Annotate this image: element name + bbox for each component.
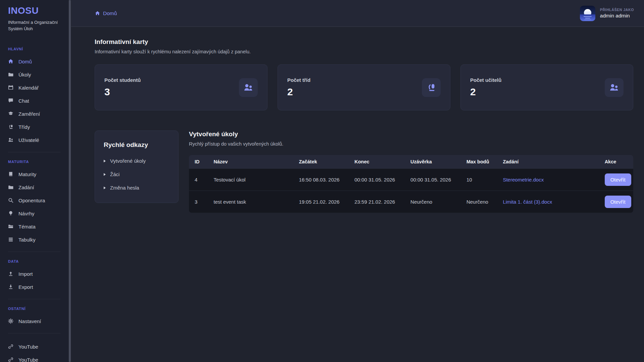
task-id: 4 [189, 168, 210, 191]
sidebar-item-label: Třídy [18, 124, 30, 130]
sidebar-item-ukoly[interactable]: Úkoly [0, 68, 68, 81]
quick-links-card: Rychlé odkazy Vytvořené úkoly Žáci Zm [95, 131, 179, 203]
rows-icon [8, 237, 13, 242]
sidebar-item-tabulky[interactable]: Tabulky [0, 233, 68, 246]
created-tasks-title: Vytvořené úkoly [189, 131, 633, 138]
col-akce: Akce [601, 155, 633, 168]
sidebar-item-temata[interactable]: Témata [0, 220, 68, 233]
sidebar-item-label: Maturity [18, 171, 36, 177]
link-icon [8, 344, 13, 349]
task-deadline: Neurčeno [407, 191, 463, 213]
open-task-button[interactable]: Otevřít [605, 196, 631, 208]
breadcrumb[interactable]: Domů [95, 10, 117, 16]
created-tasks-description: Rychlý přístup do vašich vytvořených úko… [189, 141, 633, 147]
sidebar-item-domu[interactable]: Domů [0, 55, 68, 68]
task-end: 00:00 31.05. 2026 [351, 168, 407, 191]
table-header-row: ID Název Začátek Konec Uzávěrka Max bodů… [189, 155, 633, 168]
quick-link-zmena-hesla[interactable]: Změna hesla [104, 185, 169, 191]
sidebar-item-import[interactable]: Import [0, 267, 68, 280]
app-logo[interactable]: INOSU [8, 5, 60, 16]
quick-links-title: Rychlé odkazy [104, 141, 169, 149]
stat-value: 2 [287, 86, 310, 98]
sidebar-group-maturita: Maturity Zadání Oponentura Návrhy Témata… [0, 168, 68, 246]
stat-card-teachers: Počet učitelů 2 [460, 64, 633, 110]
search-icon [8, 198, 13, 203]
sidebar-item-zadani[interactable]: Zadání [0, 181, 68, 194]
sidebar-item-label: Zaměření [18, 111, 40, 117]
triangle-bullet-icon [104, 160, 106, 162]
quick-links-list: Vytvořené úkoly Žáci Změna hesla [104, 158, 169, 191]
task-file-link[interactable]: Stereometrie.docx [503, 177, 544, 183]
sidebar-scrollbar[interactable] [68, 0, 71, 362]
sidebar-item-kalendar[interactable]: Kalendář [0, 81, 68, 94]
download-icon [8, 284, 13, 290]
col-zadani: Zadání [499, 155, 601, 168]
stat-value: 3 [104, 86, 141, 98]
sidebar-item-label: Domů [18, 59, 32, 64]
sidebar-item-chat[interactable]: Chat [0, 94, 68, 107]
quick-link-vytvorene-ukoly[interactable]: Vytvořené úkoly [104, 158, 169, 164]
users-icon [8, 137, 13, 143]
sidebar-item-maturity[interactable]: Maturity [0, 168, 68, 181]
sidebar-item-nastaveni[interactable]: Nastavení [0, 315, 68, 328]
quick-link-zaci[interactable]: Žáci [104, 171, 169, 177]
sidebar-item-label: YouTube [18, 344, 38, 350]
students-icon [239, 78, 258, 97]
upload-icon [8, 271, 13, 276]
sidebar-item-label: Úkoly [18, 72, 31, 77]
stat-label: Počet studentů [104, 77, 141, 83]
sidebar-item-uzivatele[interactable]: Uživatelé [0, 134, 68, 147]
sidebar-item-label: Export [18, 284, 33, 290]
sidebar-section-maturita: MATURITA [8, 160, 60, 164]
task-max-points: 10 [463, 168, 500, 191]
quick-link-label: Změna hesla [110, 185, 139, 191]
stat-label: Počet tříd [287, 77, 310, 83]
sidebar-item-youtube-2[interactable]: YouTube [0, 353, 68, 362]
main-area: Domů PŘIHLÁŠEN JAKO admin admin Informat… [71, 0, 644, 362]
info-cards-description: Informativní karty slouží k rychlému nal… [95, 49, 633, 54]
task-name: test event task [210, 191, 296, 213]
logged-in-as-label: PŘIHLÁŠEN JAKO [600, 8, 634, 12]
table-row: 4 Testovací úkol 16:50 08.03. 2026 00:00… [189, 168, 633, 191]
sidebar-item-label: Chat [18, 98, 29, 104]
chat-icon [8, 98, 13, 103]
lectern-icon [8, 124, 13, 130]
sidebar-item-tridy[interactable]: Třídy [0, 120, 68, 134]
stat-card-students: Počet studentů 3 [95, 64, 267, 110]
sidebar-item-navrhy[interactable]: Návrhy [0, 207, 68, 220]
task-file-link[interactable]: Limita 1. část (3).docx [503, 199, 552, 205]
top-bar: Domů PŘIHLÁŠEN JAKO admin admin [71, 0, 644, 27]
user-menu[interactable]: PŘIHLÁŠEN JAKO admin admin [580, 6, 634, 21]
task-id: 3 [189, 191, 210, 213]
sidebar-group-ostatni: Nastavení [0, 315, 68, 328]
open-task-button[interactable]: Otevřít [605, 173, 631, 186]
page-content: Informativní karty Informativní karty sl… [71, 27, 644, 362]
task-max-points: Neurčeno [463, 191, 500, 213]
breadcrumb-label: Domů [103, 10, 117, 16]
sidebar-item-label: YouTube [18, 357, 38, 362]
folder-icon [8, 185, 13, 190]
second-row: Rychlé odkazy Vytvořené úkoly Žáci Zm [95, 131, 633, 213]
link-icon [8, 357, 13, 362]
sidebar-divider [8, 299, 60, 299]
col-zacatek: Začátek [296, 155, 351, 168]
info-cards-title: Informativní karty [95, 38, 633, 46]
sidebar-item-export[interactable]: Export [0, 280, 68, 294]
sidebar-item-zamereni[interactable]: Zaměření [0, 107, 68, 120]
folder-closed-icon [8, 224, 13, 229]
sidebar-item-youtube-1[interactable]: YouTube [0, 340, 68, 353]
folder-icon [8, 72, 13, 77]
sidebar-item-label: Návrhy [18, 211, 35, 216]
sidebar-item-label: Zadání [18, 185, 34, 190]
stat-value: 2 [470, 86, 501, 98]
task-end: 23:59 21.02. 2026 [351, 191, 407, 213]
sidebar-divider [8, 333, 60, 333]
stat-label: Počet učitelů [470, 77, 501, 83]
sidebar-section-data: DATA [8, 259, 60, 263]
sidebar-item-oponentura[interactable]: Oponentura [0, 194, 68, 207]
quick-link-label: Vytvořené úkoly [110, 158, 146, 164]
sidebar-scrollbar-thumb[interactable] [69, 0, 71, 362]
lightbulb-icon [8, 211, 13, 216]
stat-cards-row: Počet studentů 3 Počet tříd 2 [95, 64, 633, 110]
triangle-bullet-icon [104, 173, 106, 176]
